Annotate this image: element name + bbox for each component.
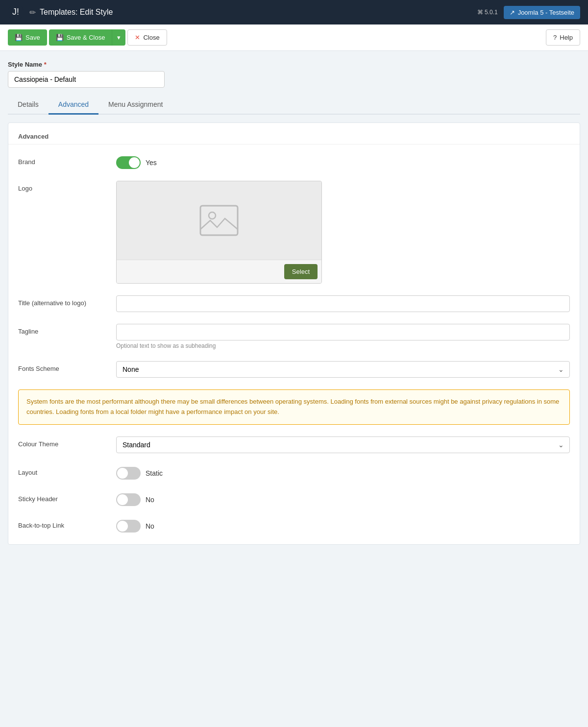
back-to-top-toggle-group: No — [116, 518, 570, 533]
navbar: J! ✏ Templates: Edit Style ⌘ 5.0.1 ↗ Joo… — [0, 0, 588, 24]
tagline-control: Optional text to show as a subheading — [116, 324, 570, 349]
tagline-input[interactable] — [116, 324, 570, 340]
advanced-panel: Advanced Brand Yes Logo — [8, 122, 580, 545]
save-close-icon: 💾 — [56, 34, 64, 41]
joomla-logo-icon: J! — [8, 4, 24, 20]
fonts-warning-box: System fonts are the most performant alt… — [18, 389, 570, 425]
tabs: Details Advanced Menu Assignment — [8, 96, 580, 115]
colour-theme-wrapper: Standard Dark Light ⌄ — [116, 436, 570, 453]
brand-toggle-group: Yes — [116, 154, 570, 169]
main-content: Style Name * Details Advanced Menu Assig… — [0, 51, 588, 555]
title-alt-control — [116, 295, 570, 312]
svg-rect-2 — [200, 206, 238, 235]
sticky-header-label: Sticky Header — [18, 491, 116, 503]
image-placeholder-icon — [199, 205, 239, 236]
tab-advanced[interactable]: Advanced — [49, 96, 98, 115]
fonts-scheme-label: Fonts Scheme — [18, 361, 116, 372]
save-icon: 💾 — [15, 34, 23, 41]
logo-preview — [117, 181, 321, 260]
back-to-top-control: No — [116, 518, 570, 533]
page-title: ✏ Templates: Edit Style — [29, 8, 113, 17]
navbar-left: J! ✏ Templates: Edit Style — [8, 4, 113, 20]
toolbar: 💾 Save 💾 Save & Close ▾ ✕ Close ? Help — [0, 24, 588, 51]
save-close-button[interactable]: 💾 Save & Close — [49, 29, 112, 46]
sticky-header-toggle-label: No — [146, 496, 154, 504]
layout-toggle-knob — [117, 468, 128, 479]
layout-toggle[interactable] — [116, 467, 141, 480]
joomla-logo: J! — [8, 4, 24, 20]
back-to-top-toggle-knob — [117, 521, 128, 532]
title-alt-input[interactable] — [116, 295, 570, 312]
help-icon: ? — [553, 34, 557, 41]
layout-control: Static — [116, 465, 570, 480]
toolbar-right: ? Help — [546, 29, 580, 46]
sticky-header-toggle-knob — [117, 494, 128, 505]
brand-toggle-knob — [129, 157, 140, 168]
site-button[interactable]: ↗ Joomla 5 - Testseite — [504, 6, 580, 19]
tagline-label: Tagline — [18, 324, 116, 335]
fonts-scheme-control: None System Local ⌄ — [116, 361, 570, 378]
brand-label: Brand — [18, 154, 116, 166]
brand-row: Brand Yes — [18, 154, 570, 169]
dropdown-icon: ▾ — [117, 34, 121, 41]
logo-select-label: Select — [292, 268, 310, 275]
colour-theme-select[interactable]: Standard Dark Light — [116, 436, 570, 453]
layout-toggle-group: Static — [116, 465, 570, 480]
fonts-scheme-wrapper: None System Local ⌄ — [116, 361, 570, 378]
title-alt-row: Title (alternative to logo) — [18, 295, 570, 312]
brand-toggle[interactable] — [116, 156, 141, 169]
brand-toggle-label: Yes — [146, 159, 157, 167]
external-icon: ↗ — [510, 9, 515, 16]
back-to-top-row: Back-to-top Link No — [18, 518, 570, 533]
logo-area: Select — [116, 181, 322, 284]
tagline-hint: Optional text to show as a subheading — [116, 342, 570, 349]
close-label: Close — [143, 34, 159, 41]
svg-point-3 — [209, 212, 216, 219]
save-close-label: Save & Close — [67, 34, 105, 41]
logo-control: Select — [116, 181, 570, 284]
logo-select-button[interactable]: Select — [284, 264, 318, 279]
back-to-top-toggle-label: No — [146, 522, 154, 530]
logo-actions: Select — [117, 260, 321, 283]
fonts-scheme-row: Fonts Scheme None System Local ⌄ — [18, 361, 570, 378]
page-title-text: Templates: Edit Style — [40, 8, 113, 17]
version-badge: ⌘ 5.0.1 — [477, 9, 498, 16]
tagline-row: Tagline Optional text to show as a subhe… — [18, 324, 570, 349]
sticky-header-toggle[interactable] — [116, 493, 141, 506]
required-marker: * — [44, 61, 47, 68]
layout-row: Layout Static — [18, 465, 570, 480]
logo-row: Logo Select — [18, 181, 570, 284]
layout-toggle-label: Static — [146, 469, 163, 477]
svg-text:J!: J! — [12, 7, 19, 17]
toolbar-actions: 💾 Save 💾 Save & Close ▾ ✕ Close — [8, 29, 167, 46]
fonts-warning-text: System fonts are the most performant alt… — [26, 397, 562, 417]
save-button[interactable]: 💾 Save — [8, 29, 47, 46]
close-icon: ✕ — [135, 34, 140, 41]
site-button-label: Joomla 5 - Testseite — [518, 9, 574, 16]
layout-label: Layout — [18, 465, 116, 476]
panel-title: Advanced — [8, 133, 580, 145]
sticky-header-row: Sticky Header No — [18, 491, 570, 506]
save-label: Save — [25, 34, 40, 41]
fonts-scheme-select[interactable]: None System Local — [116, 361, 570, 378]
brand-control: Yes — [116, 154, 570, 169]
logo-label: Logo — [18, 181, 116, 192]
style-name-input[interactable] — [8, 71, 165, 88]
help-button[interactable]: ? Help — [546, 29, 580, 46]
back-to-top-toggle[interactable] — [116, 520, 141, 533]
colour-theme-row: Colour Theme Standard Dark Light ⌄ — [18, 436, 570, 453]
title-alt-label: Title (alternative to logo) — [18, 295, 116, 307]
colour-theme-label: Colour Theme — [18, 436, 116, 448]
style-name-label: Style Name * — [8, 61, 580, 68]
help-label: Help — [560, 34, 573, 41]
close-button[interactable]: ✕ Close — [127, 29, 167, 46]
navbar-right: ⌘ 5.0.1 ↗ Joomla 5 - Testseite — [477, 6, 580, 19]
tab-details[interactable]: Details — [8, 96, 49, 115]
sticky-header-control: No — [116, 491, 570, 506]
pencil-icon: ✏ — [29, 8, 36, 17]
colour-theme-control: Standard Dark Light ⌄ — [116, 436, 570, 453]
save-dropdown-button[interactable]: ▾ — [112, 29, 125, 46]
save-close-group: 💾 Save & Close ▾ — [49, 29, 126, 46]
tab-menu-assignment[interactable]: Menu Assignment — [98, 96, 172, 115]
style-name-section: Style Name * — [8, 61, 580, 88]
